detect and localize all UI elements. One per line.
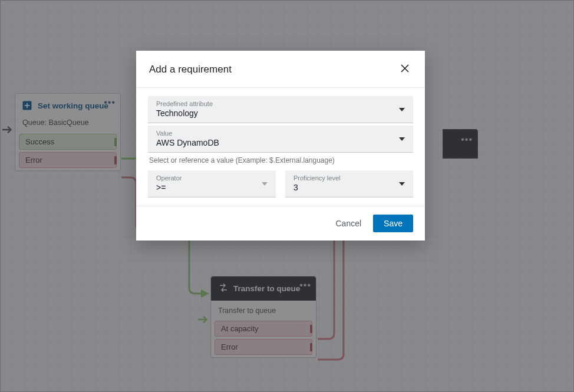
operator-proficiency-row: Operator >= Proficiency level 3 (148, 170, 413, 197)
save-button[interactable]: Save (373, 215, 413, 232)
cancel-button[interactable]: Cancel (333, 215, 364, 232)
chevron-down-icon (399, 137, 405, 141)
predefined-attribute-select[interactable]: Predefined attribute Technology (148, 96, 413, 123)
field-label: Value (156, 130, 405, 137)
modal-footer: Cancel Save (136, 206, 425, 241)
chevron-down-icon (399, 108, 405, 111)
field-label: Predefined attribute (156, 100, 405, 107)
proficiency-level-select[interactable]: Proficiency level 3 (285, 170, 413, 197)
field-label: Proficiency level (293, 174, 405, 182)
value-hint: Select or reference a value (Example: $.… (149, 156, 412, 164)
close-icon[interactable] (398, 61, 412, 78)
field-value: Technology (156, 108, 405, 118)
modal-title: Add a requirement (149, 64, 398, 75)
chevron-down-icon (399, 182, 405, 186)
field-value: 3 (293, 183, 405, 192)
field-value: AWS DynamoDB (156, 138, 405, 147)
modal-body: Predefined attribute Technology Value AW… (136, 88, 425, 206)
chevron-down-icon (262, 182, 268, 186)
field-label: Operator (156, 174, 268, 182)
field-value: >= (156, 183, 268, 192)
value-select[interactable]: Value AWS DynamoDB (148, 126, 413, 153)
operator-select[interactable]: Operator >= (148, 170, 276, 197)
modal-header: Add a requirement (136, 51, 425, 87)
add-requirement-modal: Add a requirement Predefined attribute T… (136, 51, 425, 241)
